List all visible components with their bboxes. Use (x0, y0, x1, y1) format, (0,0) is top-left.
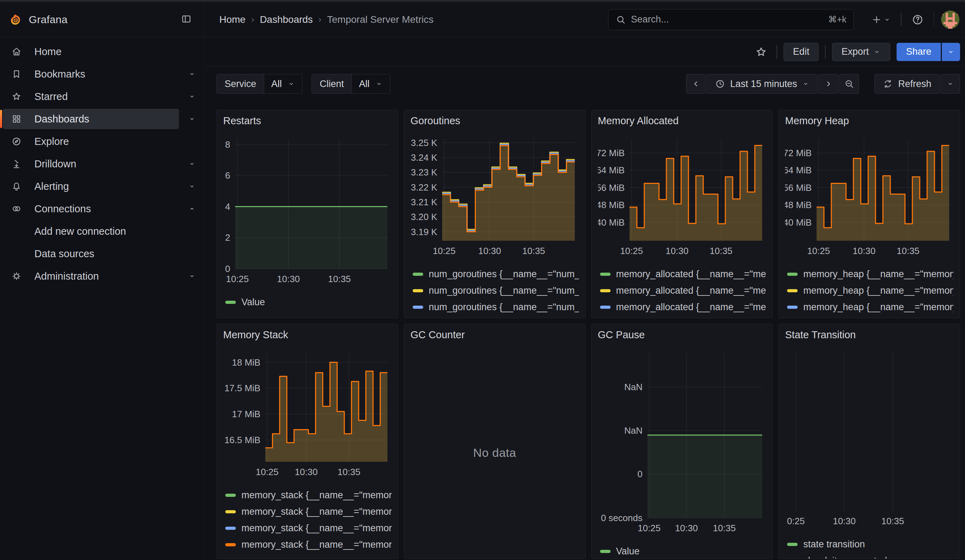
sidebar-item-dashboards[interactable]: Dashboards (0, 108, 204, 130)
refresh-button[interactable]: Refresh (875, 74, 939, 94)
zoom-out-button[interactable] (839, 74, 859, 94)
sidebar-item-expand-button[interactable] (188, 70, 196, 78)
time-range-picker[interactable]: Last 15 minutes (707, 74, 818, 94)
chart-state-transition[interactable]: 0:2510:3010:35 (785, 350, 954, 526)
panel-title[interactable]: GC Counter (411, 329, 579, 343)
panel-title[interactable]: State Transition (785, 329, 954, 343)
legend-item[interactable]: memory_allocated {__name__="memo (598, 299, 766, 315)
legend-item[interactable]: memory_heap {__name__="memory_h (785, 266, 954, 282)
panel-legend: memory_stack {__name__="memory_smemory_s… (223, 487, 392, 553)
legend-item[interactable]: memory_stack {__name__="memory_s (223, 520, 392, 537)
share-button[interactable]: Share (896, 43, 941, 61)
sidebar-link[interactable]: Explore (3, 131, 179, 152)
sidebar-link[interactable]: Alerting (3, 176, 179, 196)
panel-title[interactable]: Memory Heap (785, 115, 954, 129)
sidebar-link[interactable]: Bookmarks (3, 64, 179, 84)
sidebar-link[interactable]: Data sources (3, 243, 179, 264)
sidebar-item-expand-button[interactable] (188, 205, 196, 213)
legend-item[interactable]: shard_item_created (785, 553, 954, 559)
sidebar-collapse-button[interactable] (181, 14, 191, 25)
svg-text:10:30: 10:30 (833, 516, 856, 526)
filter-label: Service (217, 74, 264, 93)
panel-title[interactable]: GC Pause (598, 329, 766, 343)
help-button[interactable] (908, 11, 927, 29)
legend-item[interactable]: num_goroutines {__name__="num_go (411, 299, 579, 315)
sidebar-item-alerting[interactable]: Alerting (0, 175, 204, 198)
legend-item[interactable]: memory_stack {__name__="memory_s (223, 487, 392, 503)
svg-text:3.21 K: 3.21 K (411, 197, 438, 207)
filter-value-dropdown[interactable]: All (352, 74, 390, 93)
sidebar-link[interactable]: Administration (3, 266, 179, 286)
panel-title[interactable]: Memory Allocated (598, 115, 766, 129)
legend-item[interactable]: state transition (785, 536, 954, 553)
legend-item[interactable]: memory_allocated {__name__="memo (598, 282, 766, 299)
filter-client: Client All (312, 74, 390, 94)
svg-text:10:35: 10:35 (713, 523, 736, 533)
breadcrumb-home[interactable]: Home (219, 14, 245, 25)
chart-restarts[interactable]: 0246810:2510:3010:35 (223, 136, 392, 284)
legend-item[interactable]: num_goroutines {__name__="num_go (411, 266, 579, 282)
sidebar-item-add-new-connection[interactable]: Add new connection (0, 220, 204, 242)
sidebar-item-bookmarks[interactable]: Bookmarks (0, 63, 204, 85)
sidebar-item-home[interactable]: Home (0, 40, 204, 63)
chart-memory-heap[interactable]: 40 MiB48 MiB56 MiB64 MiB72 MiB10:2510:30… (785, 136, 954, 256)
sidebar-item-expand-button[interactable] (188, 272, 196, 280)
sidebar-item-explore[interactable]: Explore (0, 130, 204, 153)
refresh-interval-button[interactable] (940, 74, 960, 94)
legend-item[interactable]: Value (598, 543, 766, 559)
panel-title[interactable]: Restarts (223, 115, 392, 129)
chart-memory-allocated[interactable]: 40 MiB48 MiB56 MiB64 MiB72 MiB10:2510:30… (598, 136, 766, 256)
grid-icon (11, 114, 22, 124)
sidebar-item-starred[interactable]: Starred (0, 85, 204, 108)
filter-value-dropdown[interactable]: All (264, 74, 302, 93)
header-divider (901, 13, 901, 26)
legend-item[interactable]: memory_stack {__name__="memory_s (223, 537, 392, 553)
legend-item[interactable]: memory_stack {__name__="memory_s (223, 503, 392, 520)
legend-item[interactable]: memory_heap {__name__="memory_h (785, 282, 954, 299)
legend-swatch (225, 301, 236, 304)
sidebar-link[interactable]: Drilldown (3, 154, 179, 174)
legend-item[interactable]: memory_allocated {__name__="memo (598, 315, 766, 318)
edit-button[interactable]: Edit (783, 43, 819, 61)
sidebar-item-expand-button[interactable] (188, 160, 196, 168)
legend-label: Value (616, 546, 640, 557)
share-dropdown-button[interactable] (942, 43, 960, 61)
search-input[interactable]: Search... ⌘+k (608, 9, 854, 30)
favorite-star-button[interactable] (752, 43, 770, 61)
sidebar-item-expand-button[interactable] (188, 115, 196, 123)
legend-item[interactable]: num_goroutines {__name__="num_go (411, 282, 579, 299)
sidebar-link[interactable]: Dashboards (3, 109, 179, 129)
svg-text:64 MiB: 64 MiB (598, 165, 625, 175)
panel-title[interactable]: Memory Stack (223, 329, 392, 343)
sidebar-item-drilldown[interactable]: Drilldown (0, 153, 204, 175)
chart-goroutines[interactable]: 3.19 K3.20 K3.21 K3.22 K3.23 K3.24 K3.25… (411, 136, 579, 256)
legend-label: shard_item_created (803, 555, 887, 559)
chart-memory-stack[interactable]: 16.5 MiB17 MiB17.5 MiB18 MiB10:2510:3010… (223, 350, 392, 477)
add-new-button[interactable] (869, 11, 894, 28)
panel-title[interactable]: Goroutines (411, 115, 579, 129)
sidebar-item-expand-button[interactable] (188, 93, 196, 100)
sidebar-link[interactable]: Connections (3, 199, 179, 219)
legend-item[interactable]: num_goroutines {__name__="num_go (411, 315, 579, 318)
panel-goroutines: Goroutines3.19 K3.20 K3.21 K3.22 K3.23 K… (404, 110, 586, 318)
export-button[interactable]: Export (832, 43, 890, 61)
user-avatar[interactable] (941, 11, 959, 29)
sidebar-link[interactable]: Home (3, 41, 179, 62)
legend-item[interactable]: memory_heap {__name__="memory_h (785, 299, 954, 315)
sidebar-link[interactable]: Add new connection (3, 221, 179, 242)
sidebar-item-data-sources[interactable]: Data sources (0, 242, 204, 265)
breadcrumb-dashboards[interactable]: Dashboards (260, 14, 312, 25)
sidebar-link[interactable]: Starred (3, 87, 179, 107)
time-back-button[interactable] (686, 74, 706, 94)
legend-label: memory_heap {__name__="memory_h (803, 269, 954, 280)
sidebar-item-connections[interactable]: Connections (0, 198, 204, 220)
legend-item[interactable]: memory_allocated {__name__="memo (598, 266, 766, 282)
sidebar-item-expand-button[interactable] (188, 183, 196, 190)
chevron-down-icon (947, 48, 955, 56)
chart-gc-pause[interactable]: NaNNaN00 seconds10:2510:3010:35 (598, 350, 766, 533)
sidebar-item-administration[interactable]: Administration (0, 265, 204, 287)
legend-item[interactable]: Value (223, 294, 392, 310)
legend-item[interactable]: memory_heap {__name__="memory_h (785, 315, 954, 318)
time-forward-button[interactable] (819, 74, 838, 94)
clock-icon (715, 78, 725, 89)
